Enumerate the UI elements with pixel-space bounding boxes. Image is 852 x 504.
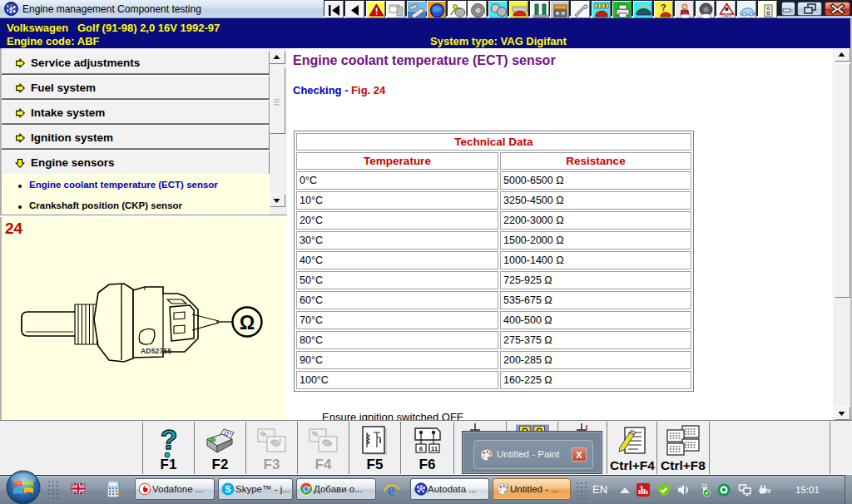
svg-text:S: S [225,485,231,494]
svg-text:?: ? [161,425,177,455]
svg-text:I: I [379,437,381,445]
svg-text:6: 6 [419,445,424,452]
svg-text:3: 3 [604,3,607,8]
svg-text:?: ? [661,2,666,12]
svg-text:Ω: Ω [240,312,255,334]
svg-text:e: e [388,481,395,499]
svg-text:2: 2 [597,3,599,8]
svg-text:11: 11 [431,445,438,452]
svg-text:AD52755: AD52755 [141,347,171,355]
